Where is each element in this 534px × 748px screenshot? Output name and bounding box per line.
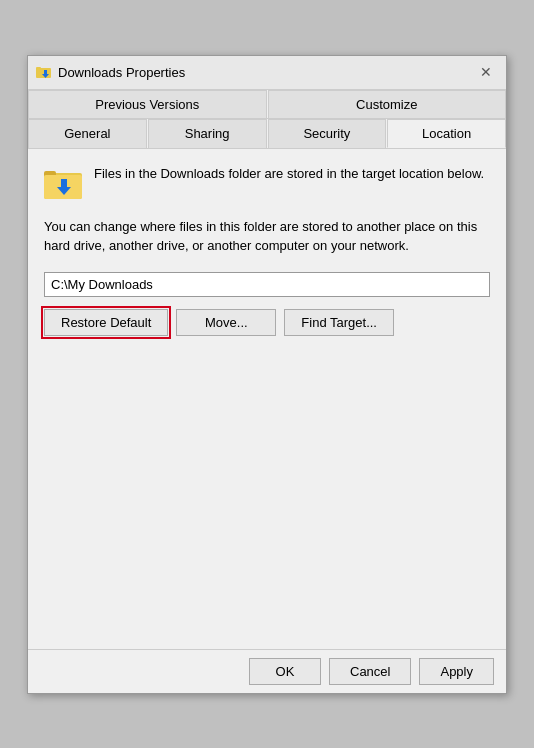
top-tabs-row: Previous Versions Customize — [28, 90, 506, 119]
bottom-tabs-row: General Sharing Security Location — [28, 119, 506, 149]
restore-default-button[interactable]: Restore Default — [44, 309, 168, 336]
find-target-button[interactable]: Find Target... — [284, 309, 394, 336]
tab-location[interactable]: Location — [387, 119, 506, 148]
svg-rect-2 — [36, 67, 41, 70]
window-icon — [36, 64, 52, 80]
tab-sharing[interactable]: Sharing — [148, 119, 267, 148]
cancel-button[interactable]: Cancel — [329, 658, 411, 685]
title-bar-left: Downloads Properties — [36, 64, 185, 80]
tab-previous-versions[interactable]: Previous Versions — [28, 90, 267, 118]
close-button[interactable]: ✕ — [474, 60, 498, 84]
bottom-bar: OK Cancel Apply — [28, 649, 506, 693]
description-text: You can change where files in this folde… — [44, 217, 490, 256]
move-button[interactable]: Move... — [176, 309, 276, 336]
folder-download-icon — [44, 165, 84, 201]
properties-window: Downloads Properties ✕ Previous Versions… — [27, 55, 507, 694]
apply-button[interactable]: Apply — [419, 658, 494, 685]
ok-button[interactable]: OK — [249, 658, 321, 685]
tab-general[interactable]: General — [28, 119, 147, 148]
action-buttons: Restore Default Move... Find Target... — [44, 309, 490, 336]
path-input[interactable] — [44, 272, 490, 297]
window-title: Downloads Properties — [58, 65, 185, 80]
tab-customize[interactable]: Customize — [268, 90, 507, 118]
title-bar: Downloads Properties ✕ — [28, 56, 506, 90]
content-area: Files in the Downloads folder are stored… — [28, 149, 506, 649]
info-text: Files in the Downloads folder are stored… — [94, 165, 484, 183]
tab-security[interactable]: Security — [268, 119, 387, 148]
info-box: Files in the Downloads folder are stored… — [44, 165, 490, 201]
